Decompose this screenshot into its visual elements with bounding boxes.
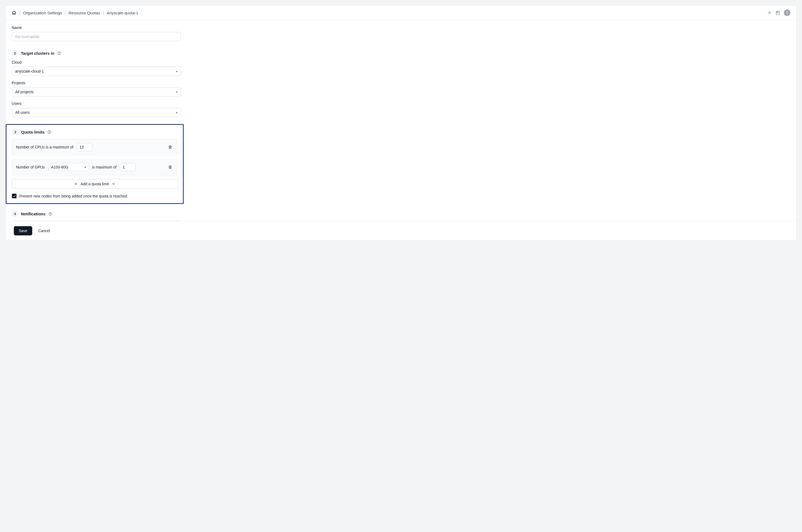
- footer-actions: Save Cancel: [6, 221, 796, 240]
- breadcrumb-separator: /: [19, 11, 20, 15]
- avatar[interactable]: S: [784, 10, 790, 16]
- name-input[interactable]: [12, 32, 181, 41]
- gpu-type-value: A100-80G: [51, 165, 69, 169]
- prevent-nodes-checkbox[interactable]: [12, 194, 17, 198]
- svg-rect-1: [770, 13, 771, 13]
- svg-point-6: [59, 54, 59, 54]
- quota-gpu-text-after: is maximum of: [92, 165, 116, 169]
- quota-row-cpu: Number of CPUs is a maximum of: [12, 139, 178, 155]
- quota-cpu-input[interactable]: [77, 143, 92, 151]
- breadcrumb-separator: /: [65, 11, 66, 15]
- quota-gpu-input[interactable]: [120, 163, 135, 171]
- delete-row-button[interactable]: [167, 164, 173, 170]
- slack-icon[interactable]: [767, 11, 772, 15]
- add-quota-limit-label: Add a quota limit: [80, 182, 109, 186]
- breadcrumb: / Organization Settings / Resource Quota…: [12, 10, 138, 15]
- step-badge: 3: [12, 129, 18, 135]
- section-title: Quota limits: [21, 130, 45, 134]
- svg-rect-4: [776, 11, 779, 15]
- section-quota-limits: 3 Quota limits: [12, 129, 178, 135]
- step-badge: 2: [12, 50, 18, 56]
- section-title: Target clusters in: [21, 51, 54, 56]
- name-label: Name: [12, 25, 181, 30]
- help-icon[interactable]: [48, 130, 52, 134]
- page-header: / Organization Settings / Resource Quota…: [6, 6, 796, 20]
- users-select-value: All users: [15, 110, 30, 115]
- chevron-down-icon: ▾: [176, 91, 178, 93]
- cancel-button[interactable]: Cancel: [38, 229, 50, 233]
- content-area: Name 2 Target clusters in Cloud anyscale…: [6, 20, 796, 221]
- gpu-type-select[interactable]: A100-80G ▾: [48, 163, 89, 171]
- prevent-nodes-label: Prevent new nodes from being added once …: [19, 194, 128, 198]
- svg-point-8: [49, 133, 50, 133]
- svg-rect-0: [768, 13, 769, 13]
- chevron-down-icon: [112, 182, 115, 186]
- save-button[interactable]: Save: [14, 226, 32, 235]
- svg-rect-2: [769, 11, 769, 12]
- section-title: Notifications: [21, 212, 45, 216]
- users-select[interactable]: All users ▾: [12, 108, 181, 117]
- svg-rect-3: [769, 13, 769, 14]
- chevron-down-icon: ▾: [176, 111, 178, 114]
- projects-label: Projects: [12, 81, 181, 85]
- chevron-down-icon: ▾: [85, 166, 86, 169]
- cloud-select-value: anyscale-cloud-1: [15, 69, 44, 73]
- prevent-nodes-checkbox-row: Prevent new nodes from being added once …: [12, 194, 178, 198]
- chevron-down-icon: ▾: [176, 70, 178, 73]
- plus-icon: [74, 182, 78, 186]
- breadcrumb-item[interactable]: Organization Settings: [23, 11, 62, 15]
- step-badge: 4: [12, 210, 18, 217]
- quota-limits-highlight: 3 Quota limits Number of CPUs is a maxim…: [6, 124, 184, 204]
- help-icon[interactable]: [57, 51, 61, 55]
- breadcrumb-item[interactable]: Resource Quotas: [69, 11, 100, 15]
- quota-row-gpu: Number of GPUs A100-80G ▾ is maximum of: [12, 159, 178, 175]
- breadcrumb-item-current: Anyscale-quota-1: [107, 11, 138, 15]
- projects-select[interactable]: All projects ▾: [12, 87, 181, 96]
- cloud-select[interactable]: anyscale-cloud-1 ▾: [12, 66, 181, 76]
- users-label: Users: [12, 101, 181, 106]
- section-target-clusters: 2 Target clusters in: [12, 50, 181, 56]
- add-quota-limit-button[interactable]: Add a quota limit: [12, 179, 178, 189]
- cloud-label: Cloud: [12, 60, 181, 64]
- breadcrumb-separator: /: [103, 11, 104, 15]
- quota-gpu-text-before: Number of GPUs: [16, 165, 45, 169]
- help-icon[interactable]: [48, 212, 52, 216]
- home-icon[interactable]: [12, 10, 17, 15]
- bookmark-icon[interactable]: [776, 11, 780, 15]
- section-notifications: 4 Notifications: [12, 210, 181, 217]
- quota-cpu-text: Number of CPUs is a maximum of: [16, 145, 73, 149]
- projects-select-value: All projects: [15, 90, 34, 94]
- delete-row-button[interactable]: [167, 144, 173, 150]
